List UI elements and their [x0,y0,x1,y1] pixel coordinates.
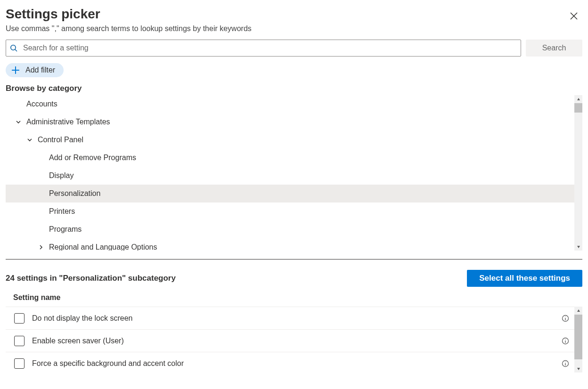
column-header-setting-name: Setting name [6,293,582,302]
scroll-thumb[interactable] [574,103,582,113]
tree-item-label: Programs [49,225,82,234]
tree-item[interactable]: Add or Remove Programs [6,149,574,167]
tree-item[interactable]: Programs [6,220,574,238]
scroll-thumb[interactable] [574,315,582,359]
setting-label: Enable screen saver (User) [32,337,561,345]
add-filter-button[interactable]: Add filter [6,63,64,77]
category-tree: AccountsAdministrative TemplatesControl … [6,95,574,251]
svg-point-13 [565,339,565,340]
scroll-down-arrow-icon[interactable] [574,365,582,373]
panel-title: Settings picker [6,6,252,23]
svg-marker-6 [577,98,580,100]
settings-list: Do not display the lock screenEnable scr… [6,307,574,373]
tree-item[interactable]: Administrative Templates [6,113,574,131]
results-heading: 24 settings in "Personalization" subcate… [6,274,176,283]
tree-item[interactable]: Control Panel [6,131,574,149]
search-icon [10,44,17,52]
setting-checkbox[interactable] [14,313,24,324]
scroll-down-arrow-icon[interactable] [574,243,582,251]
tree-item[interactable]: Personalization [6,185,574,203]
setting-checkbox[interactable] [14,358,24,369]
setting-row[interactable]: Do not display the lock screen [6,307,574,329]
info-icon[interactable] [561,359,570,368]
svg-point-10 [565,316,565,317]
svg-marker-18 [577,368,580,370]
tree-item[interactable]: Printers [6,203,574,220]
tree-scrollbar[interactable] [574,95,582,251]
info-icon[interactable] [561,314,570,323]
setting-row[interactable]: Force a specific background and accent c… [6,352,574,374]
setting-checkbox[interactable] [14,336,24,346]
search-button[interactable]: Search [526,40,582,57]
tree-item-label: Add or Remove Programs [49,154,136,162]
add-filter-label: Add filter [25,66,55,74]
close-button[interactable] [565,8,582,24]
list-scrollbar[interactable] [574,307,582,373]
svg-marker-7 [577,246,580,248]
tree-item-label: Display [49,171,74,180]
browse-by-category-heading: Browse by category [6,84,582,93]
select-all-button[interactable]: Select all these settings [467,270,582,287]
tree-item[interactable]: Regional and Language Options [6,238,574,251]
close-icon [570,12,578,20]
tree-item-label: Accounts [26,100,57,108]
tree-item-label: Control Panel [38,136,83,144]
chevron-down-icon[interactable] [15,119,22,125]
plus-icon [11,66,20,74]
setting-label: Force a specific background and accent c… [32,359,561,368]
scroll-up-arrow-icon[interactable] [574,307,582,315]
scroll-up-arrow-icon[interactable] [574,95,582,103]
chevron-right-icon[interactable] [38,244,44,251]
tree-item-label: Printers [49,207,75,216]
search-box[interactable] [6,40,521,57]
chevron-down-icon[interactable] [26,137,33,143]
section-divider [6,259,582,259]
search-input[interactable] [22,43,517,53]
svg-line-3 [15,49,17,51]
svg-point-16 [565,362,565,362]
svg-marker-17 [577,309,580,312]
svg-point-2 [11,45,16,50]
info-icon[interactable] [561,337,570,345]
panel-subtitle: Use commas "," among search terms to loo… [6,24,252,33]
tree-item[interactable]: Display [6,167,574,185]
tree-item-label: Personalization [49,189,100,198]
tree-item-label: Administrative Templates [26,118,110,126]
setting-row[interactable]: Enable screen saver (User) [6,329,574,352]
tree-item[interactable]: Accounts [6,95,574,113]
tree-item-label: Regional and Language Options [49,243,157,251]
setting-label: Do not display the lock screen [32,314,561,323]
